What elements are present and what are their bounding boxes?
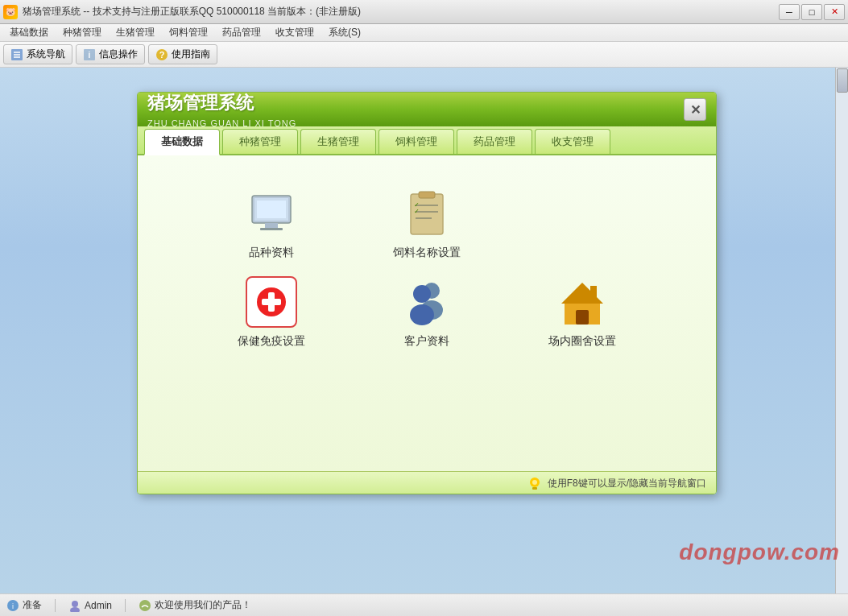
monitor-icon [246,188,297,239]
icon-breed[interactable]: 品种资料 [246,188,297,260]
minimize-button[interactable]: ─ [779,4,800,20]
menu-xitong[interactable]: 系统(S) [322,24,367,41]
svg-rect-30 [590,286,597,299]
tab-siliao[interactable]: 饲料管理 [378,129,454,154]
menu-shengzhu[interactable]: 生猪管理 [110,24,161,41]
menu-bar: 基础数据 种猪管理 生猪管理 饲料管理 药品管理 收支管理 系统(S) [0,24,848,42]
status-text: 准备 [23,598,42,612]
svg-point-26 [410,304,434,325]
svg-text:?: ? [159,50,165,60]
status-bar: i 准备 Admin 欢迎使用我们的产品！ [0,593,848,616]
main-area: 猪场管理系统 ZHU CHANG GUAN LI XI TONG ✕ 基础数据 … [0,68,848,593]
breed-label: 品种资料 [249,246,294,260]
guide-icon: ? [155,48,168,61]
status-user: Admin [68,599,112,612]
dialog-title-left: 猪场管理系统 ZHU CHANG GUAN LI XI TONG [147,92,296,128]
icon-health[interactable]: 保健免疫设置 [238,276,305,349]
divider-2 [125,599,126,612]
info-button[interactable]: i 信息操作 [76,44,145,64]
feed-icon: ✓ ✓ [401,188,453,239]
info-icon: i [83,48,96,61]
icon-pigsty[interactable]: 场内圈舍设置 [548,276,616,349]
guide-label: 使用指南 [172,48,210,61]
title-text: 猪场管理系统 -- 技术支持与注册正版联系QQ 510000118 当前版本：(… [23,5,361,19]
welcome-text: 欢迎使用我们的产品！ [155,598,251,612]
svg-rect-14 [419,192,435,198]
svg-point-25 [413,285,431,303]
dialog-footer: 使用F8键可以显示/隐藏当前导航窗口 [138,471,716,494]
divider-1 [55,599,56,612]
dialog-subtitle: ZHU CHANG GUAN LI XI TONG [147,118,296,128]
health-cross-icon [255,286,287,318]
menu-jichu[interactable]: 基础数据 [3,24,55,41]
dialog-title: 猪场管理系统 [147,92,296,115]
info-label: 信息操作 [99,48,138,61]
title-bar-left: 🐷 猪场管理系统 -- 技术支持与注册正版联系QQ 510000118 当前版本… [3,5,361,19]
app-icon: 🐷 [3,5,18,19]
scroll-track[interactable] [835,68,848,593]
welcome-icon [139,599,151,612]
nav-label: 系统导航 [27,48,65,61]
footer-text: 使用F8键可以显示/隐藏当前导航窗口 [548,477,706,490]
dialog-title-bar: 猪场管理系统 ZHU CHANG GUAN LI XI TONG ✕ [138,93,716,126]
menu-zhongzhu[interactable]: 种猪管理 [56,24,108,41]
customer-icon [401,276,453,328]
icon-grid: 品种资料 ✓ ✓ 饲料名称设置 [154,172,700,365]
tab-bar: 基础数据 种猪管理 生猪管理 饲料管理 药品管理 收支管理 [138,126,716,155]
health-label: 保健免疫设置 [238,334,305,349]
tab-jichu[interactable]: 基础数据 [144,129,220,155]
watermark: dongpow.com [679,540,840,565]
icon-customer[interactable]: 客户资料 [401,276,453,349]
svg-rect-29 [576,310,589,325]
nav-button[interactable]: 系统导航 [3,44,72,64]
info-bulb-icon [527,476,543,492]
svg-text:i: i [89,51,91,60]
user-text: Admin [85,600,112,611]
svg-rect-12 [257,201,286,218]
svg-text:✓: ✓ [414,208,420,215]
health-icon-wrapper [246,276,297,328]
status-welcome: 欢迎使用我们的产品！ [139,598,251,612]
dialog-content: 品种资料 ✓ ✓ 饲料名称设置 [138,155,716,471]
dialog-close-button[interactable]: ✕ [684,98,706,121]
window-controls: ─ □ ✕ [779,4,845,20]
svg-point-37 [70,607,80,612]
menu-yaopin[interactable]: 药品管理 [216,24,267,41]
guide-button[interactable]: ? 使用指南 [148,44,217,64]
close-button[interactable]: ✕ [824,4,845,20]
dialog-window: 猪场管理系统 ZHU CHANG GUAN LI XI TONG ✕ 基础数据 … [137,92,717,494]
menu-siliao[interactable]: 饲料管理 [163,24,214,41]
title-bar: 🐷 猪场管理系统 -- 技术支持与注册正版联系QQ 510000118 当前版本… [0,0,848,24]
svg-point-36 [72,601,78,607]
user-icon [68,599,81,612]
svg-rect-10 [265,223,278,228]
nav-icon [10,48,23,61]
toolbar: 系统导航 i 信息操作 ? 使用指南 [0,42,848,68]
svg-point-33 [532,480,537,485]
tab-zhongzhu[interactable]: 种猪管理 [222,129,298,154]
tab-shengzhu[interactable]: 生猪管理 [300,129,376,154]
icon-feed-name[interactable]: ✓ ✓ 饲料名称设置 [393,188,461,260]
status-ready: i 准备 [6,598,42,612]
menu-shouzhi[interactable]: 收支管理 [269,24,321,41]
tab-yaopin[interactable]: 药品管理 [457,129,532,154]
maximize-button[interactable]: □ [801,4,822,20]
svg-text:i: i [12,602,14,610]
scroll-thumb[interactable] [837,68,848,93]
svg-rect-32 [532,487,537,490]
feed-name-label: 饲料名称设置 [393,246,461,260]
status-icon: i [6,599,19,612]
customer-label: 客户资料 [404,334,449,349]
svg-marker-28 [561,283,603,304]
svg-rect-22 [268,292,275,312]
svg-rect-11 [260,228,283,230]
house-icon [556,276,608,328]
pigsty-label: 场内圈舍设置 [548,334,616,349]
tab-shouzhi[interactable]: 收支管理 [535,129,610,154]
